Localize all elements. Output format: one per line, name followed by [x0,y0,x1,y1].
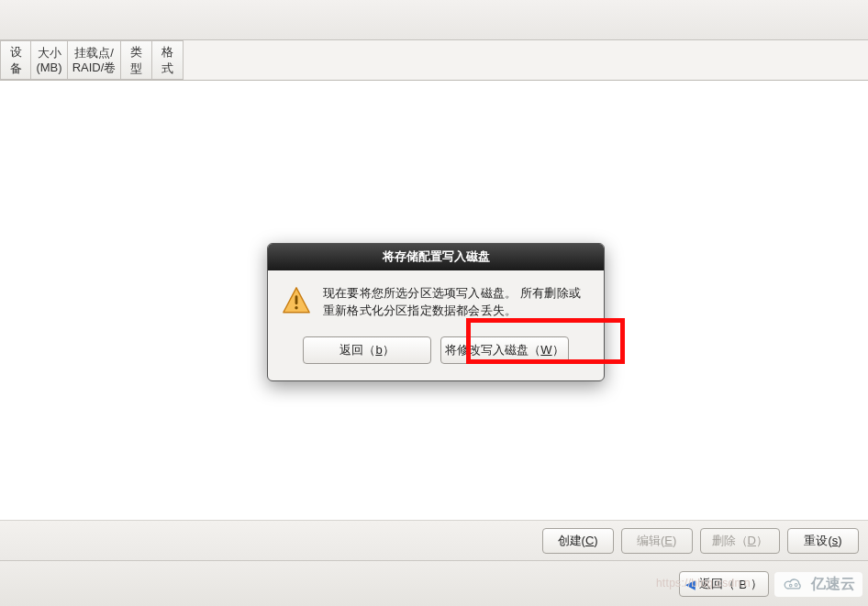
edit-button: 编辑(E) [621,528,693,554]
partition-main-area: 将存储配置写入磁盘 现在要将您所选分区选项写入磁盘。 所有删除或重新格式化分区指… [0,81,868,522]
reset-button[interactable]: 重设(s) [787,528,859,554]
column-headers: 设备 大小 (MB) 挂载点/ RAID/卷 类型 格式 [0,40,868,81]
partition-action-bar: 创建(C) 编辑(E) 删除（D） 重设(s) [0,520,868,560]
dialog-back-button[interactable]: 返回（b） [303,336,431,364]
footer-bar: ◀ 返回（B） https://blog.csdn.n 亿速云 [0,560,868,606]
write-to-disk-dialog: 将存储配置写入磁盘 现在要将您所选分区选项写入磁盘。 所有删除或重新格式化分区指… [267,243,605,381]
dialog-write-button[interactable]: 将修改写入磁盘（W） [440,336,569,364]
col-mount[interactable]: 挂载点/ RAID/卷 [68,40,121,80]
svg-point-2 [789,584,792,587]
svg-point-1 [295,306,297,309]
svg-rect-0 [295,295,298,304]
cloud-icon [782,577,806,593]
dialog-body: 现在要将您所选分区选项写入磁盘。 所有删除或重新格式化分区指定数据都会丢失。 [268,270,604,327]
col-device[interactable]: 设备 [0,40,31,80]
dialog-buttons: 返回（b） 将修改写入磁盘（W） [268,327,604,380]
delete-button: 删除（D） [700,528,780,554]
svg-point-3 [795,583,797,586]
dialog-message: 现在要将您所选分区选项写入磁盘。 所有删除或重新格式化分区指定数据都会丢失。 [323,285,591,320]
create-button[interactable]: 创建(C) [542,528,614,554]
watermark-url: https://blog.csdn.n [656,577,751,589]
top-banner [0,0,868,40]
dialog-title: 将存储配置写入磁盘 [268,244,604,270]
col-format[interactable]: 格式 [152,40,184,80]
col-type[interactable]: 类型 [121,40,152,80]
warning-icon [281,285,312,320]
col-size[interactable]: 大小 (MB) [31,40,68,80]
watermark: 亿速云 [774,572,862,597]
